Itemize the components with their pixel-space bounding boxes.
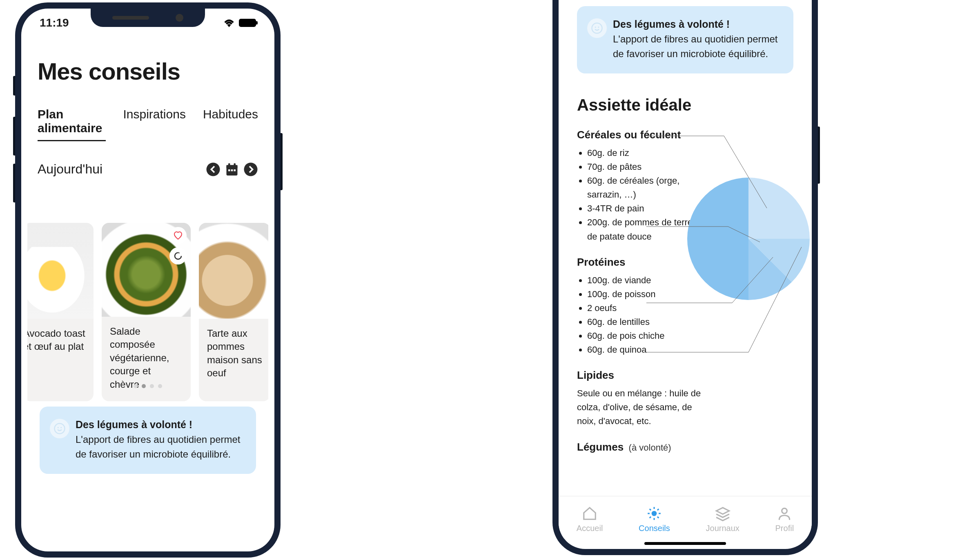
svg-point-0	[207, 162, 220, 176]
nav-label: Conseils	[639, 524, 670, 533]
plate-list-item: 60g. de riz	[587, 146, 712, 160]
svg-rect-3	[228, 163, 230, 167]
chevron-left-icon[interactable]	[206, 162, 220, 177]
home-icon	[582, 506, 597, 521]
home-indicator[interactable]	[644, 542, 726, 545]
svg-rect-6	[231, 169, 233, 171]
carousel-dot[interactable]	[150, 384, 154, 388]
power-button	[281, 133, 283, 190]
svg-point-23	[652, 511, 657, 516]
carousel-dot[interactable]	[134, 384, 138, 388]
carousel-dot[interactable]	[142, 384, 146, 388]
calendar-icon[interactable]	[225, 162, 239, 177]
nav-profil[interactable]: Profil	[775, 506, 794, 533]
plate-list-item: 60g. de lentilles	[587, 315, 712, 329]
svg-rect-4	[234, 163, 236, 167]
nav-label: Journaux	[706, 524, 739, 533]
carousel-dot[interactable]	[158, 384, 162, 388]
status-time: 11:19	[40, 16, 69, 29]
nav-accueil[interactable]: Accueil	[577, 506, 603, 533]
tip-text: L'apport de fibres au quotidien permet d…	[613, 32, 781, 61]
side-button	[13, 76, 15, 96]
tab-habitudes[interactable]: Habitudes	[203, 107, 258, 141]
heart-icon	[173, 231, 183, 240]
phone-notch	[91, 9, 205, 27]
svg-rect-5	[228, 169, 230, 171]
page-title: Mes conseils	[38, 58, 258, 85]
svg-line-28	[650, 509, 651, 510]
ideal-plate-pie-chart	[687, 178, 810, 300]
tip-title: Des légumes à volonté !	[613, 18, 781, 30]
chevron-right-icon[interactable]	[243, 162, 258, 177]
smiley-icon	[50, 419, 69, 438]
refresh-icon	[173, 251, 183, 261]
ideal-plate-section: Céréales ou féculent 60g. de riz 70g. de…	[577, 129, 793, 458]
svg-point-11	[60, 427, 62, 428]
sun-icon	[646, 506, 662, 521]
svg-rect-7	[234, 169, 236, 171]
nav-label: Profil	[775, 524, 794, 533]
recipe-card[interactable]: Salade composée végétarienne, courge et …	[102, 223, 191, 401]
recipe-title: Avocado toast et œuf au plat	[27, 327, 85, 353]
recipe-image	[102, 223, 191, 317]
recipe-image	[199, 223, 268, 319]
tip-title: Des légumes à volonté !	[76, 419, 244, 431]
pie-slice	[748, 178, 810, 239]
svg-rect-2	[227, 165, 238, 168]
svg-point-12	[592, 23, 602, 33]
bottom-nav: Accueil Conseils	[559, 496, 812, 539]
nav-label: Accueil	[577, 524, 603, 533]
tip-card: Des légumes à volonté ! L'apport de fibr…	[40, 407, 256, 474]
phone-frame-right: Des légumes à volonté ! L'apport de fibr…	[552, 0, 818, 555]
svg-line-29	[657, 516, 659, 518]
wifi-icon	[223, 18, 235, 27]
volume-up-button	[13, 117, 15, 156]
smiley-icon	[587, 18, 607, 38]
plate-list-item: 70g. de pâtes	[587, 160, 712, 174]
pie-slice	[687, 178, 748, 300]
svg-line-30	[650, 516, 651, 518]
battery-icon	[239, 19, 256, 27]
plate-category-title: Lipides	[577, 369, 712, 382]
plate-category-title: Céréales ou féculent	[577, 129, 712, 141]
tip-text: L'apport de fibres au quotidien permet d…	[76, 432, 244, 462]
plate-category-title: Légumes	[577, 441, 624, 453]
section-title-ideal-plate: Assiette idéale	[577, 96, 793, 114]
tab-plan-alimentaire[interactable]: Plan alimentaire	[38, 107, 106, 141]
refresh-button[interactable]	[169, 247, 187, 264]
today-label: Aujourd'hui	[38, 162, 102, 177]
layers-icon	[715, 506, 731, 521]
svg-point-32	[782, 508, 787, 513]
power-button	[818, 127, 820, 184]
tab-inspirations[interactable]: Inspirations	[123, 107, 185, 141]
nav-conseils[interactable]: Conseils	[639, 506, 670, 533]
recipe-card[interactable]: Tarte aux pommes maison sans oeuf	[199, 223, 268, 401]
carousel-dots	[21, 384, 274, 388]
svg-point-8	[244, 162, 258, 176]
plate-list-item: 60g. de pois chiche	[587, 329, 712, 343]
nav-journaux[interactable]: Journaux	[706, 506, 739, 533]
svg-point-9	[55, 424, 65, 434]
profile-icon	[777, 506, 792, 521]
plate-list-item: 2 oeufs	[587, 301, 712, 315]
svg-point-10	[58, 427, 59, 428]
svg-point-13	[595, 27, 596, 28]
recipe-card[interactable]: Avocado toast et œuf au plat	[27, 223, 94, 401]
svg-point-14	[598, 27, 599, 28]
plate-category-subtitle: (à volonté)	[629, 442, 671, 453]
svg-line-31	[657, 509, 659, 510]
tabs: Plan alimentaire Inspirations Habitudes	[38, 107, 258, 141]
phone-frame-left: 11:19 Mes conseils Plan alimentaire Insp…	[15, 2, 281, 558]
favorite-button[interactable]	[169, 227, 187, 244]
recipe-title: Salade composée végétarienne, courge et …	[110, 325, 183, 391]
recipe-title: Tarte aux pommes maison sans oeuf	[207, 327, 268, 380]
recipe-carousel[interactable]: Avocado toast et œuf au plat	[27, 223, 268, 401]
plate-list-item: 60g. de quinoa	[587, 343, 712, 357]
volume-down-button	[13, 164, 15, 202]
recipe-image	[27, 223, 94, 319]
tip-card: Des légumes à volonté ! L'apport de fibr…	[577, 6, 793, 73]
plate-category-desc: Seule ou en mélange : huile de colza, d'…	[577, 387, 712, 428]
plate-category-legumes: Légumes (à volonté)	[577, 441, 712, 458]
plate-category-lipides: Lipides Seule ou en mélange : huile de c…	[577, 369, 712, 428]
